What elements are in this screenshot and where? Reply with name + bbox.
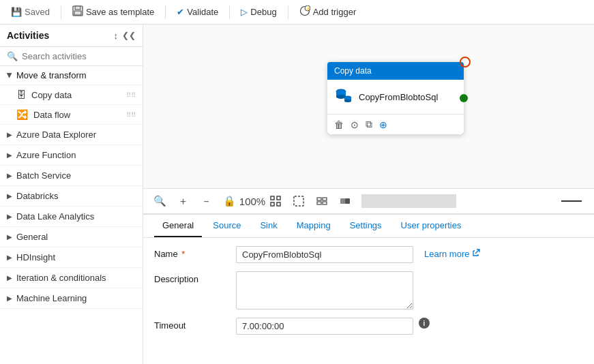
nav-arrow-7: ▶ [7, 254, 12, 261]
svg-text:⚡: ⚡ [305, 6, 310, 12]
tab-source[interactable]: Source [205, 215, 249, 237]
canvas-toolbar: 🔍 ＋ － 🔒 100% [143, 188, 594, 214]
name-label-text: Name [154, 249, 178, 259]
drag-handle-2: ⠿⠿ [126, 111, 136, 119]
canvas-lock-btn[interactable]: 🔒 [220, 192, 239, 211]
add-trigger-button[interactable]: ⚡ Add trigger [294, 3, 362, 21]
nav-data-lake-analytics[interactable]: ▶ Data Lake Analytics [0, 207, 143, 227]
validate-icon: ✔ [177, 7, 184, 17]
section-label-move-transform: Move & transform [16, 70, 87, 80]
toolbar-sep-1 [61, 5, 61, 19]
form-row-timeout: Timeout i [154, 318, 583, 335]
toolbar-sep-2 [165, 5, 166, 19]
canvas[interactable]: Copy data CopyFromBlobtoSql [143, 25, 594, 188]
search-input[interactable] [22, 51, 136, 61]
learn-more-link[interactable]: Learn more [424, 246, 480, 259]
node-copy-btn[interactable]: ⧉ [366, 119, 372, 130]
nav-arrow-9: ▶ [7, 294, 12, 302]
nav-batch-service[interactable]: ▶ Batch Service [0, 166, 143, 186]
node-connect-btn[interactable]: ⊕ [379, 119, 387, 130]
required-star: * [181, 249, 185, 259]
nav-arrow-8: ▶ [7, 274, 12, 282]
tab-settings[interactable]: Settings [342, 215, 390, 237]
description-label-text: Description [154, 274, 198, 284]
form-row-description: Description [154, 271, 583, 309]
tab-mapping[interactable]: Mapping [288, 215, 339, 237]
tab-mapping-label: Mapping [297, 220, 331, 230]
learn-more-label: Learn more [424, 249, 469, 259]
validate-label: Validate [187, 7, 218, 17]
svg-rect-1 [75, 6, 80, 10]
saved-icon: 💾 [11, 7, 22, 17]
sidebar: Activities ↕ ❮❮ 🔍 ▶ Move & transform 🗄 C… [0, 25, 143, 364]
tab-general[interactable]: General [154, 215, 202, 237]
tab-source-label: Source [213, 220, 241, 230]
copy-data-label: Copy data [31, 90, 72, 100]
sidebar-header: Activities ↕ ❮❮ [0, 25, 143, 47]
nav-machine-learning[interactable]: ▶ Machine Learning [0, 288, 143, 309]
section-arrow-move: ▶ [6, 73, 14, 78]
canvas-fit-btn[interactable] [266, 192, 285, 211]
svg-rect-16 [294, 196, 303, 206]
activity-data-flow[interactable]: 🔀 Data flow ⠿⠿ [0, 105, 143, 125]
nav-arrow-1: ▶ [7, 131, 12, 138]
svg-rect-2 [74, 11, 81, 15]
toolbar-sep-4 [288, 5, 288, 19]
add-trigger-icon: ⚡ [299, 5, 310, 18]
bottom-panel: General Source Sink Mapping Settings Use… [143, 214, 594, 364]
canvas-search-btn[interactable]: 🔍 [150, 192, 169, 211]
canvas-zoom-label-btn[interactable]: 100% [243, 192, 262, 211]
tab-user-properties-label: User properties [401, 220, 462, 230]
description-input[interactable] [236, 271, 413, 309]
validate-button[interactable]: ✔ Validate [171, 4, 224, 20]
sidebar-content: ▶ Move & transform 🗄 Copy data ⠿⠿ 🔀 Data… [0, 66, 143, 364]
nav-label-general: General [16, 232, 48, 242]
node-body-label: CopyFromBlobtoSql [359, 92, 457, 102]
node-params-btn[interactable]: ⊙ [351, 119, 359, 130]
nav-iteration-conditionals[interactable]: ▶ Iteration & conditionals [0, 268, 143, 288]
nav-arrow-3: ▶ [7, 172, 12, 179]
nav-label-machine-learning: Machine Learning [16, 293, 87, 303]
tab-sink[interactable]: Sink [252, 215, 285, 237]
canvas-remove-btn[interactable]: － [196, 192, 216, 211]
canvas-group-btn[interactable] [336, 192, 355, 211]
search-icon: 🔍 [7, 51, 18, 61]
nav-hdinsight[interactable]: ▶ HDInsight [0, 247, 143, 268]
section-move-transform[interactable]: ▶ Move & transform [0, 66, 143, 85]
nav-azure-data-explorer[interactable]: ▶ Azure Data Explorer [0, 125, 143, 145]
nav-label-azure-data-explorer: Azure Data Explorer [16, 130, 96, 140]
description-label: Description [154, 271, 236, 284]
svg-point-11 [344, 100, 351, 102]
svg-rect-19 [317, 202, 321, 204]
activity-copy-data[interactable]: 🗄 Copy data ⠿⠿ [0, 85, 143, 105]
save-template-button[interactable]: Save as template [67, 3, 160, 21]
data-flow-label: Data flow [33, 110, 70, 120]
nav-arrow-4: ▶ [7, 192, 12, 200]
timeout-input[interactable] [236, 318, 413, 335]
node-actions: 🗑 ⊙ ⧉ ⊕ [327, 114, 464, 134]
svg-rect-18 [323, 198, 327, 200]
nav-databricks[interactable]: ▶ Databricks [0, 186, 143, 207]
timeout-info-icon[interactable]: i [419, 318, 430, 329]
saved-indicator: 💾 Saved [5, 4, 55, 20]
canvas-select-btn[interactable] [289, 192, 308, 211]
nav-azure-function[interactable]: ▶ Azure Function [0, 145, 143, 166]
canvas-area: Copy data CopyFromBlobtoSql [143, 25, 594, 364]
external-link-icon [472, 249, 480, 259]
copy-data-icon: 🗄 [16, 89, 26, 100]
search-box: 🔍 [0, 47, 143, 66]
main-toolbar: 💾 Saved Save as template ✔ Validate ▷ De… [0, 0, 594, 25]
name-input[interactable] [236, 246, 413, 263]
debug-button[interactable]: ▷ Debug [235, 4, 282, 20]
form-row-name: Name * Learn more [154, 246, 583, 263]
collapse-icon[interactable]: ❮❮ [122, 31, 136, 41]
canvas-arrange-btn[interactable] [312, 192, 331, 211]
sidebar-header-icons: ↕ ❮❮ [114, 31, 136, 41]
canvas-add-btn[interactable]: ＋ [173, 192, 192, 211]
tab-user-properties[interactable]: User properties [393, 215, 470, 237]
nav-arrow-5: ▶ [7, 213, 12, 220]
nav-general[interactable]: ▶ General [0, 227, 143, 247]
activity-node-copy-data[interactable]: Copy data CopyFromBlobtoSql [327, 62, 464, 134]
node-delete-btn[interactable]: 🗑 [334, 119, 344, 130]
sort-icon[interactable]: ↕ [114, 31, 119, 41]
